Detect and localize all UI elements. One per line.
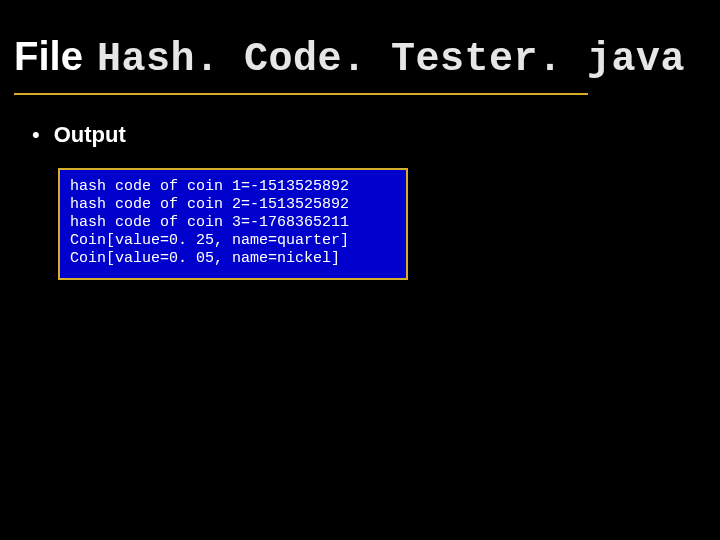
slide: File Hash. Code. Tester. java • Output h… [0,0,720,540]
code-line: hash code of coin 2=-1513525892 [70,196,349,213]
code-line: Coin[value=0. 25, name=quarter] [70,232,349,249]
code-line: hash code of coin 3=-1768365211 [70,214,349,231]
title-prefix: File [14,34,83,79]
code-line: hash code of coin 1=-1513525892 [70,178,349,195]
bullet-item: • Output [32,122,126,148]
code-line: Coin[value=0. 05, name=nickel] [70,250,340,267]
code-output-box: hash code of coin 1=-1513525892 hash cod… [58,168,408,280]
title-underline [14,93,588,95]
slide-title: File Hash. Code. Tester. java [14,34,685,82]
bullet-text: Output [54,122,126,148]
code-output: hash code of coin 1=-1513525892 hash cod… [70,178,396,268]
bullet-marker: • [32,124,40,146]
title-filename: Hash. Code. Tester. java [97,37,685,82]
